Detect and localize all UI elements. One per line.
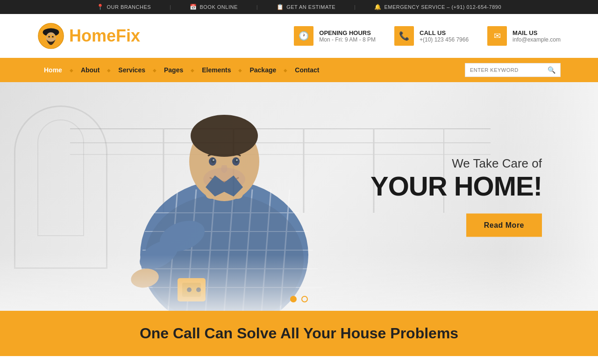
slider-dots bbox=[290, 296, 308, 302]
nav-link-home[interactable]: Home bbox=[37, 66, 69, 74]
header-info: 🕐 OPENING HOURS Mon - Fri: 9 AM - 8 PM 📞… bbox=[294, 26, 561, 46]
topbar-emergency-label: EMERGENCY SERVICE – (+91) 012-654-7890 bbox=[384, 4, 501, 10]
navbar: Home ◆ About ◆ Services ◆ Pages ◆ Elemen… bbox=[0, 58, 598, 82]
bottom-section: One Call Can Solve All Your House Proble… bbox=[0, 311, 598, 356]
nav-item-elements[interactable]: Elements bbox=[195, 66, 237, 74]
divider-1: | bbox=[170, 4, 171, 10]
mail-label: MAIL US bbox=[513, 29, 561, 36]
search-icon: 🔍 bbox=[548, 66, 555, 74]
clock-icon-box: 🕐 bbox=[294, 26, 313, 46]
header: HomeFix 🕐 OPENING HOURS Mon - Fri: 9 AM … bbox=[0, 14, 598, 58]
topbar-book-label: BOOK ONLINE bbox=[199, 4, 237, 10]
logo-icon bbox=[37, 22, 64, 49]
hero-subtitle: We Take Care of bbox=[370, 156, 542, 171]
logo-text: HomeFix bbox=[69, 26, 140, 46]
calendar-icon: 📅 bbox=[190, 4, 197, 10]
hero-title: YOUR HOME! bbox=[370, 173, 542, 200]
hours-label: OPENING HOURS bbox=[319, 29, 376, 36]
info-call: 📞 CALL US +(10) 123 456 7966 bbox=[394, 26, 469, 46]
nav-links: Home ◆ About ◆ Services ◆ Pages ◆ Elemen… bbox=[37, 66, 326, 74]
top-bar: 📍 OUR BRANCHES | 📅 BOOK ONLINE | 📋 GET A… bbox=[0, 0, 598, 14]
search-box[interactable]: 🔍 bbox=[465, 63, 561, 77]
nav-sep-3: ◆ bbox=[153, 68, 157, 73]
svg-point-40 bbox=[213, 159, 214, 161]
divider-2: | bbox=[256, 4, 258, 10]
phone-icon-box: 📞 bbox=[394, 26, 414, 46]
nav-sep-6: ◆ bbox=[284, 68, 287, 73]
mail-icon-box: ✉ bbox=[487, 26, 507, 46]
topbar-branches-label: OUR BRANCHES bbox=[107, 4, 151, 10]
topbar-emergency[interactable]: 🔔 EMERGENCY SERVICE – (+91) 012-654-7890 bbox=[374, 4, 501, 10]
slider-dot-1[interactable] bbox=[290, 296, 297, 302]
nav-link-package[interactable]: Package bbox=[243, 66, 283, 74]
nav-sep-5: ◆ bbox=[238, 68, 242, 73]
location-icon: 📍 bbox=[97, 4, 104, 10]
nav-sep-2: ◆ bbox=[107, 68, 111, 73]
hours-value: Mon - Fri: 9 AM - 8 PM bbox=[319, 36, 376, 43]
nav-item-services[interactable]: Services bbox=[112, 66, 152, 74]
info-mail: ✉ MAIL US info@example.com bbox=[487, 26, 561, 46]
divider-3: | bbox=[354, 4, 356, 10]
nav-link-services[interactable]: Services bbox=[112, 66, 152, 74]
nav-item-pages[interactable]: Pages bbox=[157, 66, 190, 74]
nav-sep-1: ◆ bbox=[70, 68, 73, 73]
hero-fade-bottom bbox=[0, 255, 598, 311]
call-label: CALL US bbox=[420, 29, 469, 36]
hero-slider: We Take Care of YOUR HOME! Read More bbox=[0, 82, 598, 311]
mail-value: info@example.com bbox=[513, 36, 561, 43]
topbar-estimate[interactable]: 📋 GET AN ESTIMATE bbox=[277, 4, 335, 10]
slider-dot-2[interactable] bbox=[301, 296, 308, 302]
hero-content: We Take Care of YOUR HOME! Read More bbox=[370, 156, 542, 237]
nav-item-package[interactable]: Package bbox=[243, 66, 283, 74]
bottom-title: One Call Can Solve All Your House Proble… bbox=[140, 325, 458, 342]
nav-link-about[interactable]: About bbox=[74, 66, 106, 74]
nav-item-contact[interactable]: Contact bbox=[288, 66, 326, 74]
logo[interactable]: HomeFix bbox=[37, 22, 140, 49]
nav-link-pages[interactable]: Pages bbox=[157, 66, 190, 74]
nav-item-home[interactable]: Home bbox=[37, 66, 69, 74]
nav-link-elements[interactable]: Elements bbox=[195, 66, 237, 74]
search-input[interactable] bbox=[470, 67, 545, 73]
estimate-icon: 📋 bbox=[277, 4, 284, 10]
svg-point-41 bbox=[236, 159, 238, 161]
topbar-book[interactable]: 📅 BOOK ONLINE bbox=[190, 4, 238, 10]
nav-link-contact[interactable]: Contact bbox=[288, 66, 326, 74]
svg-point-35 bbox=[194, 123, 255, 155]
topbar-branches[interactable]: 📍 OUR BRANCHES bbox=[97, 4, 151, 10]
bell-icon: 🔔 bbox=[374, 4, 382, 10]
call-value: +(10) 123 456 7966 bbox=[420, 36, 469, 43]
read-more-button[interactable]: Read More bbox=[466, 214, 542, 237]
nav-sep-4: ◆ bbox=[191, 68, 194, 73]
search-button[interactable]: 🔍 bbox=[548, 66, 555, 74]
info-hours: 🕐 OPENING HOURS Mon - Fri: 9 AM - 8 PM bbox=[294, 26, 376, 46]
nav-item-about[interactable]: About bbox=[74, 66, 106, 74]
topbar-estimate-label: GET AN ESTIMATE bbox=[286, 4, 335, 10]
